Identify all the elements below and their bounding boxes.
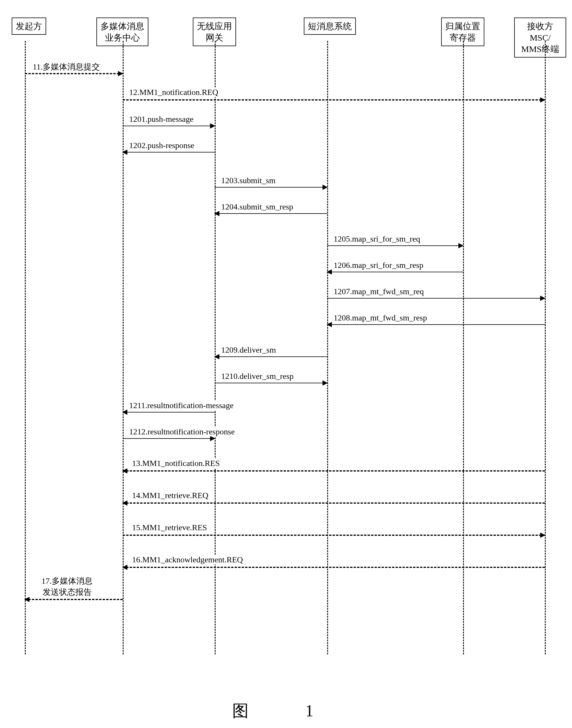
msg-11-label: 11.多媒体消息提交 [32,61,100,72]
msg-14-arrow [123,503,545,504]
msg-12-label: 12.MM1_notification.REQ [129,88,219,97]
msg-16-label: 16.MM1_acknowledgement.REQ [132,555,244,564]
msg-1212-arrow [123,438,215,439]
msg-1206-label: 1206.map_sri_for_sm_resp [333,261,424,270]
msg-1205-arrow [327,245,463,246]
lifeline-receiver-msc [545,41,546,654]
msg-1210-label: 1210.deliver_sm_resp [221,372,294,381]
msg-13-arrow [123,470,545,471]
msg-12-arrow [123,99,545,100]
lifeline-sms-system [327,41,328,654]
msg-17-arrow [25,599,123,600]
msg-1205-label: 1205.map_sri_for_sm_req [333,234,421,244]
msg-1207-arrow [327,298,545,299]
lifeline-hlr [463,41,464,654]
msg-1211-arrow [123,412,215,413]
msg-1204-arrow [215,213,327,214]
msg-1202-label: 1202.push-response [129,141,195,150]
sequence-diagram: 发起方 多媒体消息业务中心 无线应用网关 短消息系统 归属位置寄存器 接收方MS… [6,6,566,728]
participant-sms-system: 短消息系统 [304,17,356,35]
msg-16-arrow [123,567,545,568]
msg-17-label: 17.多媒体消息发送状态报告 [41,576,93,598]
msg-11-arrow [25,73,123,74]
msg-1212-label: 1212.resultnotification-response [129,427,235,436]
msg-1201-arrow [123,126,215,126]
msg-14-label: 14.MM1_retrieve.REQ [132,491,209,500]
msg-1209-arrow [215,356,327,357]
msg-1201-label: 1201.push-message [129,115,194,124]
msg-1210-arrow [215,383,327,383]
participant-mms-center: 多媒体消息业务中心 [96,17,148,46]
msg-15-arrow [123,534,545,536]
participant-originator: 发起方 [12,17,46,35]
msg-1202-arrow [123,152,215,152]
participant-hlr: 归属位置寄存器 [441,17,484,46]
msg-1208-arrow [327,324,545,325]
msg-1208-label: 1208.map_mt_fwd_sm_resp [333,313,428,322]
msg-1206-arrow [327,272,463,272]
lifeline-mms-center [123,41,124,654]
msg-1203-arrow [215,187,327,188]
msg-1207-label: 1207.map_mt_fwd_sm_req [333,287,424,296]
msg-13-label: 13.MM1_notification.RES [132,459,220,468]
msg-1204-label: 1204.submit_sm_resp [221,202,294,212]
msg-1209-label: 1209.deliver_sm [221,345,276,355]
lifeline-originator [25,41,26,654]
msg-15-label: 15.MM1_retrieve.RES [132,523,208,532]
msg-1203-label: 1203.submit_sm [221,176,276,185]
figure-label: 图 1 [232,700,340,722]
msg-1211-label: 1211.resultnotification-message [129,401,234,410]
participant-receiver-msc: 接收方MSC/MMS终端 [514,17,566,58]
participant-wap-gateway: 无线应用网关 [193,17,236,46]
